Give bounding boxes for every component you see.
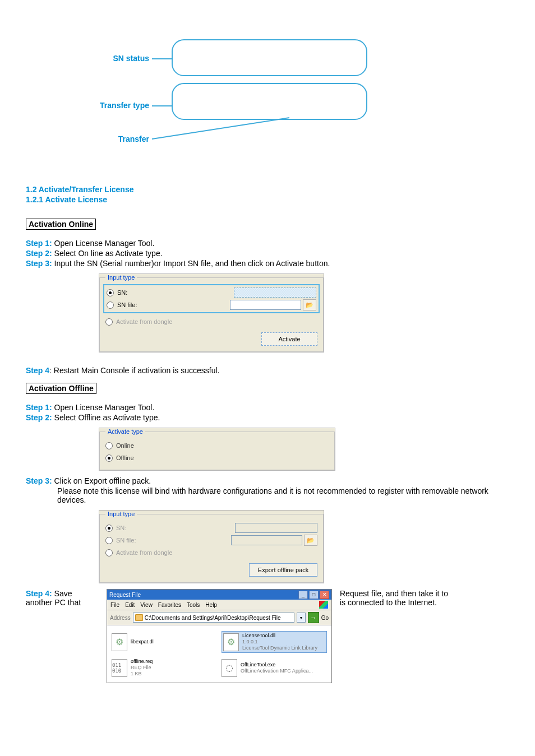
radio-sn-file: SN file: 📂 xyxy=(105,534,317,546)
input-type-fieldset: Input type SN: SN file: 📂 Activate from … xyxy=(99,274,324,352)
explorer-titlebar: Request File _ □ ✕ xyxy=(107,590,331,600)
step-label: Step 1: xyxy=(26,239,52,248)
sn-highlight: SN: SN file: 📂 xyxy=(103,284,320,313)
file-name: LicenseTool.dll xyxy=(242,633,317,639)
close-button[interactable]: ✕ xyxy=(320,591,329,599)
menu-tools[interactable]: Tools xyxy=(187,602,200,608)
file-type: REQ File xyxy=(131,665,153,671)
radio-icon xyxy=(107,289,114,296)
activation-online-heading: Activation Online xyxy=(26,219,96,230)
folder-icon xyxy=(135,614,143,621)
activate-type-fieldset: Activate type Online Offline xyxy=(99,428,335,470)
step-label: Step 3: xyxy=(26,476,52,485)
menu-help[interactable]: Help xyxy=(205,602,217,608)
label-sn-status: SN status xyxy=(48,54,149,63)
radio-label: Activate from dongle xyxy=(116,549,172,556)
address-field[interactable]: C:\Documents and Settings\April\Desktop\… xyxy=(133,613,294,623)
step4-right-line2: is connected to the Internet. xyxy=(340,598,437,607)
address-dropdown[interactable]: ▾ xyxy=(297,613,306,623)
explorer-title-text: Request File xyxy=(109,592,141,598)
radio-from-dongle: Activate from dongle xyxy=(105,316,317,328)
explorer-menubar: File Edit View Favorites Tools Help xyxy=(107,600,331,610)
file-desc: LicenseTool Dynamic Link Library xyxy=(242,645,317,651)
section-subheading: 1.2.1 Activate License xyxy=(26,195,509,204)
menu-view[interactable]: View xyxy=(140,602,153,608)
browse-button[interactable]: 📂 xyxy=(303,299,316,310)
radio-sn-file[interactable]: SN file: 📂 xyxy=(107,299,316,311)
step-label: Step 1: xyxy=(26,403,52,412)
radio-icon xyxy=(105,454,113,462)
label-transfer-type: Transfer type xyxy=(48,101,149,110)
file-name: OffLineTool.exe xyxy=(241,662,313,668)
radio-label: Offline xyxy=(116,454,134,461)
step-text: Open License Manager Tool. xyxy=(52,239,155,248)
radio-icon xyxy=(105,537,113,544)
sn-input-disabled xyxy=(235,523,317,533)
input-type-legend: Input type xyxy=(105,274,137,281)
step-text: Open License Manager Tool. xyxy=(52,403,155,412)
offline-step-3: Step 3: Click on Export offline pack. xyxy=(26,476,509,485)
radio-label: Activate from dongle xyxy=(116,318,172,325)
sn-file-input[interactable] xyxy=(230,300,301,310)
exe-icon xyxy=(222,659,237,677)
browse-button: 📂 xyxy=(304,535,317,546)
sn-input[interactable] xyxy=(234,287,316,298)
step4-text-cont: another PC that xyxy=(26,598,81,607)
file-name: libexpat.dll xyxy=(131,639,155,645)
req-file-icon: 011 010 xyxy=(112,659,127,677)
address-path: C:\Documents and Settings\April\Desktop\… xyxy=(145,615,281,621)
radio-label: SN file: xyxy=(116,537,136,544)
step-label: Step 4 xyxy=(26,366,49,375)
radio-label: Online xyxy=(116,442,134,449)
step4-center: Request File _ □ ✕ File Edit View Favori… xyxy=(107,589,332,683)
radio-icon xyxy=(105,318,113,326)
svg-line-2 xyxy=(152,118,289,139)
input-type-legend: Input type xyxy=(105,511,137,517)
activate-type-dialog: Activate type Online Offline xyxy=(99,428,335,471)
file-licensetool-dll[interactable]: LicenseTool.dll 1.0.0.1 LicenseTool Dyna… xyxy=(222,631,327,653)
file-offlinetool-exe[interactable]: OffLineTool.exe OffLineActivation MFC Ap… xyxy=(222,658,327,677)
menu-favorites[interactable]: Favorites xyxy=(158,602,181,608)
annotation-diagram: SN status Transfer type Transfer xyxy=(26,22,509,168)
minimize-button[interactable]: _ xyxy=(298,591,308,599)
radio-sn[interactable]: SN: xyxy=(107,286,316,299)
section-heading: 1.2 Activate/Transfer License xyxy=(26,185,509,194)
file-offline-req[interactable]: 011 010 offline.req REQ File 1 KB xyxy=(112,658,217,677)
windows-flag-icon xyxy=(319,601,328,609)
window-buttons: _ □ ✕ xyxy=(298,591,329,599)
step-label: Step 2: xyxy=(26,249,52,258)
menu-file[interactable]: File xyxy=(110,602,119,608)
dll-icon xyxy=(223,633,239,651)
maximize-button[interactable]: □ xyxy=(309,591,319,599)
sn-file-field: 📂 xyxy=(231,535,317,546)
radio-icon xyxy=(107,302,114,309)
radio-label: SN: xyxy=(117,289,127,296)
step4-right-line1: Request file, and then take it to xyxy=(340,589,448,598)
dll-icon xyxy=(112,633,127,651)
activate-type-legend: Activate type xyxy=(105,428,145,435)
sn-file-input-disabled xyxy=(231,535,302,545)
bubble-transfer-type xyxy=(172,83,367,120)
activate-button[interactable]: Activate xyxy=(261,332,317,346)
file-libexpat[interactable]: libexpat.dll xyxy=(112,631,217,653)
address-label: Address xyxy=(110,615,131,621)
go-button[interactable]: → xyxy=(308,612,319,623)
offline-step-4: Step 4: Save another PC that Request Fil… xyxy=(26,589,509,683)
step4-right-text: Request file, and then take it to is con… xyxy=(340,589,509,607)
input-type-fieldset: Input type SN: SN file: 📂 Activate from … xyxy=(99,511,324,583)
offline-step-2: Step 2: Select Offline as Activate type. xyxy=(26,413,509,422)
file-desc: OffLineActivation MFC Applica... xyxy=(241,668,313,674)
radio-online[interactable]: Online xyxy=(105,439,329,452)
export-offline-button[interactable]: Export offline pack xyxy=(249,563,317,577)
radio-offline[interactable]: Offline xyxy=(105,452,329,464)
explorer-body: libexpat.dll LicenseTool.dll 1.0.0.1 Lic… xyxy=(107,625,331,683)
file-size: 1 KB xyxy=(131,671,153,677)
explorer-addressbar: Address C:\Documents and Settings\April\… xyxy=(107,610,331,625)
explorer-window: Request File _ □ ✕ File Edit View Favori… xyxy=(107,589,332,683)
step-label: Step 2: xyxy=(26,413,52,422)
radio-icon xyxy=(105,442,113,449)
menu-edit[interactable]: Edit xyxy=(125,602,135,608)
label-transfer: Transfer xyxy=(48,134,149,143)
online-step-1: Step 1: Open License Manager Tool. xyxy=(26,239,509,248)
radio-icon xyxy=(105,525,113,532)
